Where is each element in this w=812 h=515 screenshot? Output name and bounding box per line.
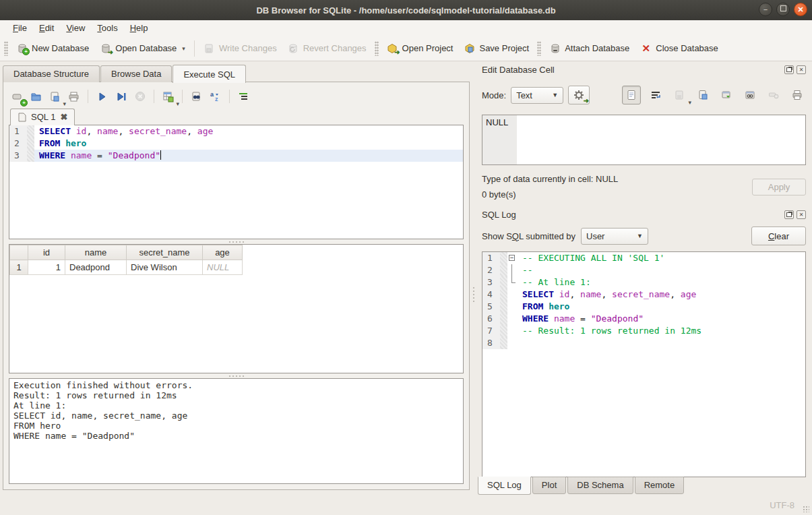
word-wrap-icon[interactable] [647,86,664,104]
auto-apply-button[interactable]: ➜ [568,86,590,104]
cell-editor-toolbar: ▾ [622,86,806,104]
clear-log-button[interactable]: Clear [751,226,806,245]
write-changes-button[interactable]: Write Changes [198,39,282,57]
auto-indent-icon[interactable] [235,88,252,105]
code-line[interactable]: 2FROM hero [9,138,463,150]
dock-tab-sql-log[interactable]: SQL Log [478,477,531,495]
dock-tab-db-schema[interactable]: DB Schema [567,477,633,494]
new-database-icon: + [16,42,28,54]
float-panel-icon[interactable] [784,210,794,219]
code-line[interactable]: 3-- At line 1: [482,276,805,289]
menu-item-edit[interactable]: Edit [33,21,60,35]
save-project-button[interactable]: Save Project [458,39,534,57]
corner-header[interactable] [10,245,28,260]
close-panel-icon[interactable]: ✕ [797,210,806,219]
vertical-splitter[interactable] [471,283,476,306]
results-table: idnamesecret_nameage 11DeadpondDive Wils… [9,245,243,275]
print-icon[interactable] [65,88,82,105]
maximize-icon[interactable] [776,3,790,16]
minimize-icon[interactable]: − [759,3,772,16]
menu-item-file[interactable]: File [7,21,33,35]
table-cell[interactable]: 1 [28,260,65,275]
save-results-icon[interactable]: ▾ [160,88,177,105]
encoding-indicator[interactable]: UTF-8 [770,500,794,510]
text-mode-icon[interactable] [622,86,641,104]
stop-execution-icon[interactable] [131,88,148,105]
code-line[interactable]: 1SELECT id, name, secret_name, age [9,125,463,138]
tab-browse-data[interactable]: Browse Data [100,65,172,82]
sql-editor[interactable]: 1SELECT id, name, secret_name, age2FROM … [9,125,464,239]
execute-line-icon[interactable] [113,88,129,105]
revert-changes-button[interactable]: Revert Changes [282,39,372,57]
column-header-id[interactable]: id [28,245,65,260]
close-panel-icon[interactable]: ✕ [797,65,806,74]
code-line[interactable]: 4SELECT id, name, secret_name, age [482,289,805,301]
open-project-button[interactable]: ➜ Open Project [381,39,459,57]
code-line[interactable]: 7-- Result: 1 rows returned in 12ms [482,325,805,337]
toolbar-drag-handle[interactable] [4,41,8,56]
code-line[interactable]: 5FROM hero [482,301,805,313]
attach-database-button[interactable]: Attach Database [544,39,635,57]
execute-all-icon[interactable] [94,88,111,105]
menu-item-view[interactable]: View [60,21,91,35]
table-cell[interactable]: Dive Wilson [127,260,203,275]
open-external-icon[interactable] [718,86,735,104]
dock-tab-bar: SQL LogPlotDB SchemaRemote [478,477,806,495]
float-panel-icon[interactable] [784,65,794,74]
open-project-icon: ➜ [387,42,398,54]
code-line[interactable]: 3WHERE name = "Deadpond" [9,150,463,162]
line-number: 3 [9,150,27,162]
splitter-handle[interactable] [9,373,464,378]
code-line[interactable]: 1−-- EXECUTING ALL IN 'SQL 1' [482,252,805,264]
title-bar[interactable]: DB Browser for SQLite - /home/user/code/… [0,0,812,21]
splitter-handle[interactable] [9,239,464,244]
row-header[interactable]: 1 [10,260,28,275]
code-line[interactable]: 8 [482,337,805,349]
table-cell[interactable]: Deadpond [65,260,127,275]
close-sql-tab-icon[interactable]: ✖ [60,113,67,121]
find-icon[interactable] [188,88,205,105]
menu-item-tools[interactable]: Tools [91,21,123,35]
log-filter-select[interactable]: User▼ [581,228,648,245]
import-data-icon[interactable]: ▾ [670,86,688,104]
fold-marker [507,313,518,325]
column-header-name[interactable]: name [65,245,127,260]
save-sql-file-icon[interactable]: ▾ [46,88,63,105]
table-row[interactable]: 11DeadpondDive WilsonNULL [10,260,243,275]
column-header-secret_name[interactable]: secret_name [127,245,203,260]
code-line[interactable]: 2-- [482,264,805,276]
format-sql-icon[interactable]: az [207,88,224,105]
tab-execute-sql[interactable]: Execute SQL [173,65,246,83]
new-sql-tab-icon[interactable]: + [9,88,26,105]
cell-size-info: 0 byte(s) [482,189,618,200]
sql-log-view[interactable]: 1−-- EXECUTING ALL IN 'SQL 1'2--3-- At l… [482,251,806,477]
resize-grip[interactable] [803,506,809,512]
new-database-button[interactable]: + New Database [11,39,94,57]
fold-marker[interactable]: − [507,252,518,264]
tab-database-structure[interactable]: Database Structure [3,65,100,82]
set-null-icon[interactable] [765,86,782,104]
print-cell-icon[interactable] [788,86,806,104]
sql-file-tabs: SQL 1 ✖ [9,107,464,125]
sql-tab[interactable]: SQL 1 ✖ [10,109,75,125]
open-database-dropdown-icon[interactable]: ▾ [182,45,185,52]
cell-value-editor[interactable]: NULL [482,115,806,165]
fold-marker [507,276,518,289]
chevron-down-icon: ▼ [637,233,643,239]
close-icon[interactable]: ✕ [794,3,807,16]
menu-item-help[interactable]: Help [124,21,154,35]
line-number: 1 [9,125,27,138]
mode-select[interactable]: Text▼ [511,87,563,104]
sql-log-title: SQL Log [482,210,784,220]
column-header-age[interactable]: age [203,245,243,260]
close-database-button[interactable]: ✕ Close Database [635,39,724,57]
open-database-button[interactable]: ➜ Open Database ▾ [94,39,191,57]
dock-tab-remote[interactable]: Remote [635,477,685,494]
dock-tab-plot[interactable]: Plot [532,477,566,494]
apply-button[interactable]: Apply [752,179,806,195]
code-line[interactable]: 6WHERE name = "Deadpond" [482,313,805,325]
copy-link-icon[interactable] [741,86,759,104]
open-sql-file-icon[interactable] [28,88,44,105]
table-cell[interactable]: NULL [203,260,243,275]
export-data-icon[interactable] [694,86,712,104]
